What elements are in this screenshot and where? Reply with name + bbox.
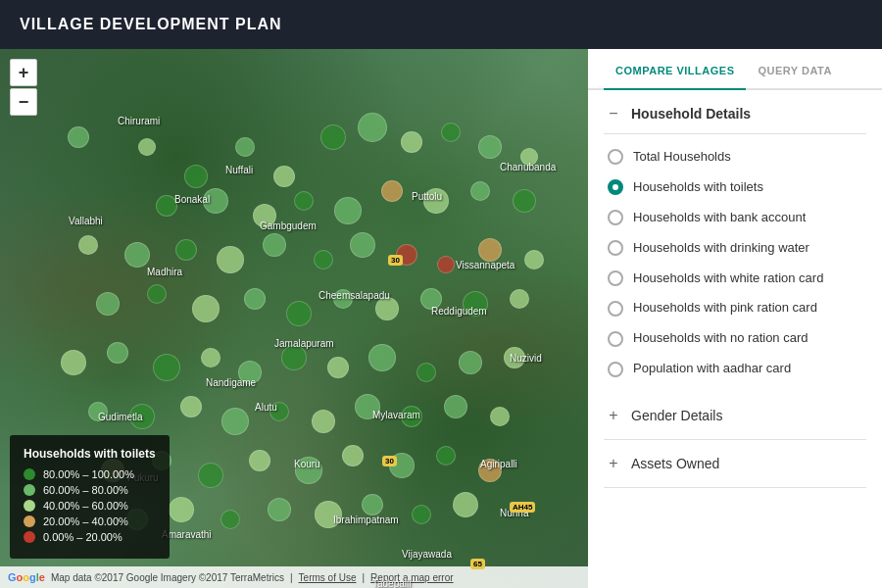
radio-pink_ration[interactable]	[608, 301, 623, 317]
village-dot	[203, 188, 228, 214]
assets-section-icon: +	[604, 454, 623, 473]
tab-compare-villages[interactable]: COMPARE VILLAGES	[604, 49, 746, 90]
option-white_ration[interactable]: Households with white ration card	[604, 264, 866, 294]
village-dot	[61, 350, 86, 375]
highway-badge-30b: 30	[382, 456, 397, 466]
village-dot	[355, 394, 380, 419]
village-dot	[263, 233, 286, 257]
village-dot	[459, 351, 482, 374]
village-dot	[175, 239, 197, 261]
village-dot	[96, 292, 120, 316]
right-panel: COMPARE VILLAGES QUERY DATA − Household …	[588, 49, 882, 588]
legend-item: 40.00% – 60.00%	[24, 500, 156, 512]
map-controls: + −	[10, 59, 37, 116]
village-dot	[478, 135, 502, 159]
village-dot	[78, 235, 98, 255]
main-content: + − ChiruramiBonakalVallabhiNuffaliGambg…	[0, 49, 882, 588]
village-dot	[504, 347, 525, 368]
village-dot	[281, 345, 307, 370]
option-label-water: Households with drinking water	[633, 240, 809, 257]
village-dot	[358, 113, 387, 142]
option-pink_ration[interactable]: Households with pink ration card	[604, 293, 866, 323]
village-dot	[478, 459, 502, 482]
legend-label: 80.00% – 100.00%	[43, 468, 134, 480]
village-dot	[444, 395, 467, 418]
option-label-toilets: Households with toilets	[633, 179, 763, 196]
household-section-title: Household Details	[631, 106, 751, 122]
village-dot	[156, 195, 177, 217]
legend-circle	[24, 484, 35, 496]
legend-title: Households with toilets	[24, 447, 156, 461]
village-dot	[437, 256, 455, 273]
village-dot	[420, 288, 442, 310]
village-dot	[470, 181, 490, 201]
village-dot	[253, 204, 276, 227]
village-dot	[401, 406, 422, 427]
legend-item: 20.00% – 40.00%	[24, 515, 156, 527]
village-dot	[129, 404, 155, 429]
map-copyright: Map data ©2017 Google Imagery ©2017 Terr…	[51, 572, 284, 583]
household-section-icon: −	[604, 104, 623, 123]
map-container[interactable]: + − ChiruramiBonakalVallabhiNuffaliGambg…	[0, 49, 588, 588]
village-dot	[510, 289, 529, 309]
village-dot	[333, 289, 353, 309]
radio-no_ration[interactable]	[608, 331, 623, 347]
highway-badge-30: 30	[388, 255, 403, 266]
gender-section-header[interactable]: + Gender Details	[604, 392, 866, 440]
gender-section-icon: +	[604, 406, 623, 425]
gender-section-title: Gender Details	[631, 408, 722, 423]
village-dot	[249, 450, 270, 471]
radio-white_ration[interactable]	[608, 270, 623, 286]
map-footer: Google Map data ©2017 Google Imagery ©20…	[0, 566, 588, 588]
zoom-out-button[interactable]: −	[10, 88, 37, 116]
village-dot	[314, 250, 333, 270]
village-dot	[198, 463, 223, 488]
report-map-error-link[interactable]: Report a map error	[370, 572, 453, 583]
village-dot	[350, 232, 375, 258]
village-dot	[490, 407, 510, 426]
app-title: VILLAGE DEVELOPMENT PLAN	[20, 16, 282, 33]
option-toilets[interactable]: Households with toilets	[604, 172, 866, 203]
village-dot	[147, 284, 167, 304]
village-dot	[286, 301, 312, 326]
village-dot	[416, 363, 436, 382]
panel-content: − Household Details Total HouseholdsHous…	[588, 90, 882, 588]
village-dot	[169, 497, 194, 522]
village-dot	[327, 357, 349, 378]
village-dot	[180, 396, 202, 417]
zoom-in-button[interactable]: +	[10, 59, 37, 86]
radio-total[interactable]	[608, 149, 623, 165]
legend-label: 20.00% – 40.00%	[43, 515, 128, 527]
village-dot	[220, 510, 240, 529]
radio-bank[interactable]	[608, 210, 623, 225]
village-dot	[478, 238, 502, 262]
village-dot	[217, 246, 244, 273]
village-dot	[315, 501, 342, 528]
village-dot	[520, 148, 538, 166]
radio-aadhar[interactable]	[608, 362, 623, 377]
highway-badge-ah45: AH45	[510, 502, 535, 513]
village-dot	[221, 408, 249, 435]
village-dot	[368, 344, 396, 371]
household-section-header[interactable]: − Household Details	[604, 90, 866, 134]
terms-of-use-link[interactable]: Terms of Use	[299, 572, 357, 583]
assets-section-header[interactable]: + Assets Owned	[604, 440, 866, 488]
option-bank[interactable]: Households with bank account	[604, 203, 866, 233]
village-dot	[375, 297, 399, 320]
village-dot	[524, 250, 544, 270]
village-dot	[362, 494, 383, 515]
village-dot	[124, 242, 150, 268]
option-aadhar[interactable]: Population with aadhar card	[604, 354, 866, 384]
option-label-white_ration: Households with white ration card	[633, 270, 823, 287]
village-dot	[268, 498, 291, 521]
household-options-list: Total HouseholdsHouseholds with toiletsH…	[604, 134, 866, 392]
radio-water[interactable]	[608, 240, 623, 256]
village-dot	[192, 295, 220, 322]
option-water[interactable]: Households with drinking water	[604, 233, 866, 264]
option-no_ration[interactable]: Households with no ration card	[604, 323, 866, 354]
option-total[interactable]: Total Households	[604, 142, 866, 172]
radio-toilets[interactable]	[608, 179, 623, 195]
tab-query-data[interactable]: QUERY DATA	[746, 49, 844, 90]
option-label-aadhar: Population with aadhar card	[633, 361, 791, 377]
village-dot	[453, 492, 478, 517]
